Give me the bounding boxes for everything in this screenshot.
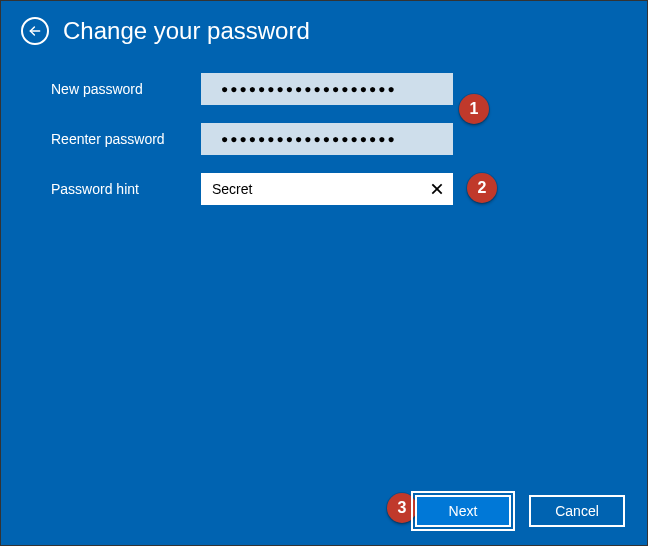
- password-hint-field[interactable]: [202, 174, 422, 204]
- next-button[interactable]: Next: [415, 495, 511, 527]
- cancel-button[interactable]: Cancel: [529, 495, 625, 527]
- password-mask: ●●●●●●●●●●●●●●●●●●●: [211, 73, 443, 105]
- password-hint-label: Password hint: [51, 181, 201, 197]
- clear-hint-button[interactable]: [422, 174, 452, 204]
- page-title: Change your password: [63, 17, 310, 45]
- password-hint-field-wrap: [201, 173, 453, 205]
- annotation-badge-3: 3: [387, 493, 417, 523]
- reenter-password-label: Reenter password: [51, 131, 201, 147]
- new-password-field[interactable]: ●●●●●●●●●●●●●●●●●●●: [201, 73, 453, 105]
- new-password-label: New password: [51, 81, 201, 97]
- close-icon: [430, 182, 444, 196]
- annotation-badge-2: 2: [467, 173, 497, 203]
- reenter-password-field[interactable]: ●●●●●●●●●●●●●●●●●●●: [201, 123, 453, 155]
- password-mask: ●●●●●●●●●●●●●●●●●●●: [211, 123, 443, 155]
- annotation-badge-1: 1: [459, 94, 489, 124]
- back-button[interactable]: [21, 17, 49, 45]
- arrow-left-icon: [28, 24, 42, 38]
